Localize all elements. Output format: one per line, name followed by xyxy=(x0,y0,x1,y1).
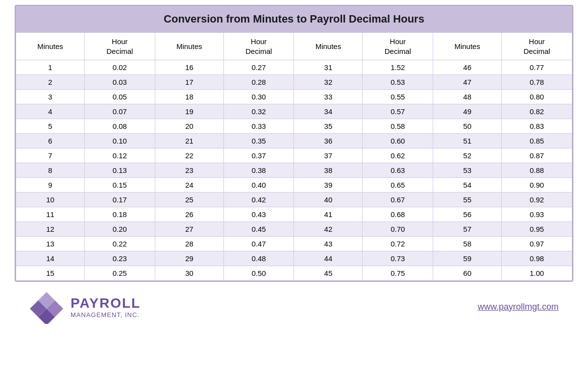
table-cell: 24 xyxy=(155,178,223,193)
table-cell: 0.07 xyxy=(84,104,155,119)
table-row: 90.15240.40390.65540.90 xyxy=(16,178,572,193)
main-container: Conversion from Minutes to Payroll Decim… xyxy=(15,5,573,282)
table-cell: 0.83 xyxy=(502,119,572,134)
table-cell: 29 xyxy=(155,251,223,266)
table-cell: 0.37 xyxy=(223,148,294,163)
table-cell: 1.52 xyxy=(363,60,433,75)
table-cell: 0.82 xyxy=(502,104,572,119)
table-row: 80.13230.38380.63530.88 xyxy=(16,163,572,178)
table-cell: 0.98 xyxy=(502,251,572,266)
table-cell: 60 xyxy=(433,266,502,281)
table-cell: 0.77 xyxy=(502,60,572,75)
table-cell: 27 xyxy=(155,222,223,237)
table-cell: 16 xyxy=(155,60,223,75)
table-cell: 0.43 xyxy=(223,207,294,222)
table-cell: 0.08 xyxy=(84,119,155,134)
table-cell: 10 xyxy=(16,193,85,207)
table-cell: 0.30 xyxy=(223,90,294,104)
table-cell: 52 xyxy=(433,148,502,163)
table-cell: 57 xyxy=(433,222,502,237)
table-cell: 0.13 xyxy=(84,163,155,178)
table-cell: 0.03 xyxy=(84,75,155,90)
table-cell: 0.93 xyxy=(502,207,572,222)
table-cell: 0.22 xyxy=(84,237,155,251)
table-cell: 1.00 xyxy=(502,266,572,281)
table-cell: 21 xyxy=(155,134,223,148)
table-cell: 0.58 xyxy=(363,119,433,134)
table-cell: 45 xyxy=(294,266,363,281)
logo-area: PAYROLL MANAGEMENT, INC. xyxy=(29,290,141,324)
col-header-decimal-1: HourDecimal xyxy=(84,33,155,60)
table-cell: 0.97 xyxy=(502,237,572,251)
table-cell: 0.53 xyxy=(363,75,433,90)
table-cell: 0.80 xyxy=(502,90,572,104)
table-cell: 6 xyxy=(16,134,85,148)
table-cell: 36 xyxy=(294,134,363,148)
table-cell: 0.42 xyxy=(223,193,294,207)
table-row: 110.18260.43410.68560.93 xyxy=(16,207,572,222)
table-cell: 0.87 xyxy=(502,148,572,163)
table-cell: 0.32 xyxy=(223,104,294,119)
conversion-table: Minutes HourDecimal Minutes HourDecimal … xyxy=(16,32,572,281)
table-row: 150.25300.50450.75601.00 xyxy=(16,266,572,281)
table-cell: 11 xyxy=(16,207,85,222)
table-cell: 0.45 xyxy=(223,222,294,237)
table-cell: 0.57 xyxy=(363,104,433,119)
table-cell: 42 xyxy=(294,222,363,237)
table-cell: 59 xyxy=(433,251,502,266)
table-cell: 17 xyxy=(155,75,223,90)
table-header-row: Minutes HourDecimal Minutes HourDecimal … xyxy=(16,33,572,60)
table-cell: 0.62 xyxy=(363,148,433,163)
table-cell: 0.75 xyxy=(363,266,433,281)
table-cell: 0.18 xyxy=(84,207,155,222)
table-cell: 23 xyxy=(155,163,223,178)
table-row: 120.20270.45420.70570.95 xyxy=(16,222,572,237)
table-cell: 47 xyxy=(433,75,502,90)
table-cell: 0.48 xyxy=(223,251,294,266)
col-header-decimal-4: HourDecimal xyxy=(502,33,572,60)
table-cell: 0.35 xyxy=(223,134,294,148)
table-cell: 0.65 xyxy=(363,178,433,193)
logo-management: MANAGEMENT, INC. xyxy=(71,311,141,318)
table-cell: 0.12 xyxy=(84,148,155,163)
table-cell: 39 xyxy=(294,178,363,193)
footer: PAYROLL MANAGEMENT, INC. www.payrollmgt.… xyxy=(15,284,573,330)
table-cell: 49 xyxy=(433,104,502,119)
table-cell: 53 xyxy=(433,163,502,178)
logo-text: PAYROLL MANAGEMENT, INC. xyxy=(71,295,141,318)
table-cell: 0.23 xyxy=(84,251,155,266)
table-cell: 54 xyxy=(433,178,502,193)
table-cell: 3 xyxy=(16,90,85,104)
table-cell: 46 xyxy=(433,60,502,75)
table-cell: 0.63 xyxy=(363,163,433,178)
table-cell: 25 xyxy=(155,193,223,207)
table-cell: 0.40 xyxy=(223,178,294,193)
table-cell: 8 xyxy=(16,163,85,178)
col-header-minutes-4: Minutes xyxy=(433,33,502,60)
table-cell: 0.92 xyxy=(502,193,572,207)
logo-diamond-icon xyxy=(29,290,64,324)
table-row: 130.22280.47430.72580.97 xyxy=(16,237,572,251)
website-link[interactable]: www.payrollmgt.com xyxy=(478,302,559,312)
table-row: 100.17250.42400.67550.92 xyxy=(16,193,572,207)
table-cell: 44 xyxy=(294,251,363,266)
table-cell: 0.67 xyxy=(363,193,433,207)
table-cell: 55 xyxy=(433,193,502,207)
table-cell: 7 xyxy=(16,148,85,163)
table-cell: 13 xyxy=(16,237,85,251)
table-title: Conversion from Minutes to Payroll Decim… xyxy=(16,6,572,32)
table-cell: 0.85 xyxy=(502,134,572,148)
table-cell: 41 xyxy=(294,207,363,222)
col-header-decimal-2: HourDecimal xyxy=(223,33,294,60)
table-cell: 0.10 xyxy=(84,134,155,148)
table-cell: 15 xyxy=(16,266,85,281)
table-cell: 1 xyxy=(16,60,85,75)
col-header-decimal-3: HourDecimal xyxy=(363,33,433,60)
table-cell: 0.25 xyxy=(84,266,155,281)
table-cell: 33 xyxy=(294,90,363,104)
table-cell: 0.50 xyxy=(223,266,294,281)
table-row: 70.12220.37370.62520.87 xyxy=(16,148,572,163)
table-cell: 32 xyxy=(294,75,363,90)
table-cell: 38 xyxy=(294,163,363,178)
table-cell: 0.20 xyxy=(84,222,155,237)
